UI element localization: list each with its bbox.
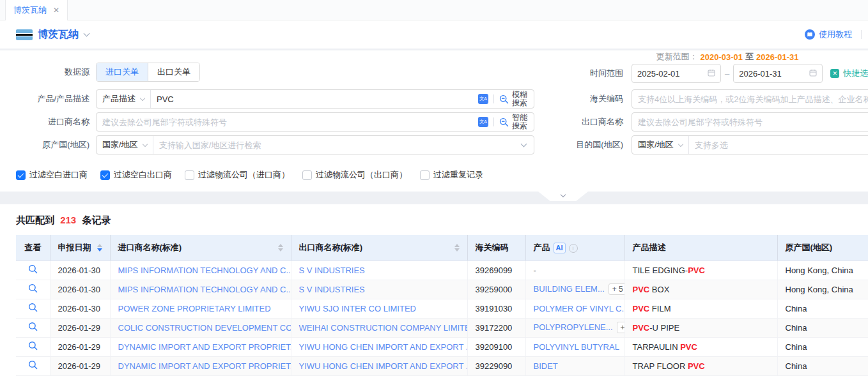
- start-date-input[interactable]: [637, 69, 708, 79]
- cell-origin: China: [777, 318, 868, 337]
- importer-input[interactable]: [97, 117, 478, 127]
- destination-label: 目的国(地区): [531, 139, 632, 151]
- exporter-link[interactable]: YIWU HONG CHEN IMPORT AND EXPORT ...: [299, 361, 468, 371]
- quick-options-label: 快捷选项: [843, 68, 868, 79]
- destination-region-select[interactable]: 国家/地区: [632, 136, 689, 154]
- checkbox-filter-logistics-exporter[interactable]: 过滤物流公司（出口商）: [302, 169, 407, 181]
- fuzzy-search-button[interactable]: 模糊搜索: [494, 91, 534, 107]
- product-link[interactable]: POLYPROPYLENE...: [534, 322, 613, 332]
- product-type-select[interactable]: 产品描述: [97, 90, 151, 108]
- cell-hs-code: 39172200: [467, 318, 525, 337]
- more-products-badge[interactable]: + 2: [617, 322, 624, 333]
- table-header-row: 查看 申报日期 进口商名称(标准): [16, 235, 868, 260]
- chevron-down-icon[interactable]: [521, 141, 527, 147]
- col-exporter-name[interactable]: 出口商名称(标准): [291, 235, 467, 260]
- checkbox-filter-duplicates[interactable]: 过滤重复记录: [420, 169, 483, 181]
- destination-input[interactable]: [689, 140, 868, 150]
- sort-icons[interactable]: [97, 244, 102, 252]
- app-header: 博茨瓦纳 使用教程: [0, 20, 868, 49]
- checkbox-label: 过滤物流公司（进口商）: [198, 169, 290, 181]
- translate-icon[interactable]: 文A: [478, 94, 488, 104]
- view-record-button[interactable]: [16, 318, 50, 337]
- product-link[interactable]: BIDET: [534, 361, 558, 371]
- checkbox-label: 过滤空白进口商: [29, 169, 88, 181]
- import-declarations-button[interactable]: 进口关单: [97, 63, 148, 81]
- importer-link[interactable]: MIPS INFORMATION TECHNOLOGY AND C...: [118, 285, 291, 294]
- export-declarations-button[interactable]: 出口关单: [148, 63, 199, 81]
- product-link[interactable]: BUILDING ELEM...: [534, 284, 605, 294]
- importer-link[interactable]: MIPS INFORMATION TECHNOLOGY AND C...: [118, 266, 291, 275]
- cell-hs-code: 39269099: [467, 260, 525, 280]
- product-input[interactable]: [151, 94, 478, 104]
- checkbox-unchecked-icon: [185, 170, 194, 180]
- view-record-button[interactable]: [16, 260, 50, 280]
- cell-description: PVC-U PIPE: [624, 318, 777, 337]
- origin-region-select[interactable]: 国家/地区: [97, 136, 153, 154]
- time-range-row: 时间范围 – ✕ 快捷选项: [531, 64, 868, 83]
- col-hs-code: 海关编码: [467, 235, 525, 260]
- ai-badge: AI: [554, 243, 566, 253]
- exporter-row: 出口商名称: [531, 112, 868, 132]
- exporter-link[interactable]: YIWU HONG CHEN IMPORT AND EXPORT ...: [299, 342, 468, 352]
- exporter-link[interactable]: WEIHAI CONSTRUCTION COMPANY LIMITED: [299, 323, 468, 333]
- chevron-down-icon[interactable]: [84, 31, 90, 37]
- magnifier-icon: [28, 360, 38, 370]
- tutorial-link[interactable]: 使用教程: [819, 29, 852, 40]
- view-record-button[interactable]: [16, 299, 50, 318]
- tab-botswana[interactable]: 博茨瓦纳 ✕: [5, 0, 68, 20]
- exporter-field: [632, 112, 868, 132]
- more-products-badge[interactable]: + 5: [608, 283, 624, 295]
- sort-icons[interactable]: [278, 244, 283, 252]
- update-range-start: 2020-03-01: [701, 52, 743, 62]
- importer-link[interactable]: DYNAMIC IMPORT AND EXPORT PROPRIET...: [118, 361, 291, 371]
- checkbox-filter-blank-importer[interactable]: 过滤空白进口商: [16, 169, 88, 181]
- start-date-field[interactable]: [632, 64, 721, 83]
- tab-close-icon[interactable]: ✕: [53, 6, 59, 14]
- sort-icons[interactable]: [454, 244, 460, 252]
- importer-link[interactable]: POWER ZONE PROPRIETARY LIMITED: [118, 304, 271, 313]
- cell-date: 2026-01-30: [50, 260, 110, 280]
- cell-date: 2026-01-29: [50, 337, 110, 356]
- view-record-button[interactable]: [16, 280, 50, 299]
- importer-link[interactable]: DYNAMIC IMPORT AND EXPORT PROPRIET...: [118, 342, 291, 352]
- info-icon[interactable]: i: [569, 244, 578, 253]
- col-importer-name[interactable]: 进口商名称(标准): [110, 235, 291, 260]
- hs-code-field: [632, 89, 868, 109]
- cell-origin: China: [777, 299, 868, 318]
- exporter-link[interactable]: S V INDUSTRIES: [299, 266, 365, 275]
- chevron-down-icon: [140, 95, 145, 100]
- view-record-button[interactable]: [16, 337, 50, 356]
- summary-prefix: 共匹配到: [16, 214, 54, 225]
- exporter-link[interactable]: YIWU SJO INTER CO LIMITED: [299, 304, 416, 313]
- checkbox-checked-icon: [16, 170, 26, 180]
- table-row: 2026-01-29 COLIC CONSTRUCTION DEVELOPMEN…: [16, 318, 868, 337]
- hs-code-input[interactable]: [632, 94, 868, 104]
- col-declaration-date[interactable]: 申报日期: [50, 235, 110, 260]
- table-row: 2026-01-29 DYNAMIC IMPORT AND EXPORT PRO…: [16, 356, 868, 375]
- cell-origin: China: [777, 337, 868, 356]
- chevron-down-icon: [561, 192, 566, 197]
- translate-icon[interactable]: 文A: [478, 117, 488, 127]
- origin-field-group: 国家/地区: [96, 135, 534, 154]
- exporter-link[interactable]: S V INDUSTRIES: [299, 285, 365, 294]
- update-range-to: 至: [745, 51, 754, 63]
- importer-link[interactable]: COLIC CONSTRUCTION DEVELOPMENT CO ...: [118, 323, 291, 333]
- checkbox-label: 过滤空白出口商: [114, 169, 172, 181]
- view-record-button[interactable]: [16, 356, 50, 375]
- exporter-input[interactable]: [632, 117, 868, 127]
- product-link[interactable]: POLYVINYL BUTYRAL: [534, 342, 619, 352]
- header-divider: [861, 30, 862, 39]
- product-type-value: 产品描述: [102, 93, 136, 105]
- filter-checkbox-row: 过滤空白进口商 过滤空白出口商 过滤物流公司（进口商） 过滤物流公司（出口商） …: [16, 169, 483, 181]
- end-date-field[interactable]: [733, 64, 823, 83]
- cell-date: 2026-01-30: [50, 299, 110, 318]
- origin-input[interactable]: [153, 140, 516, 150]
- checkbox-filter-blank-exporter[interactable]: 过滤空白出口商: [100, 169, 172, 181]
- end-date-input[interactable]: [739, 69, 809, 79]
- quick-options-link[interactable]: ✕ 快捷选项: [830, 68, 868, 79]
- smart-search-button[interactable]: 智能搜索: [494, 114, 534, 130]
- product-link[interactable]: POLYMER OF VINYL C...: [534, 304, 625, 313]
- update-range: 更新范围： 2020-03-01 至 2026-01-31: [632, 51, 823, 63]
- table-row: 2026-01-30 MIPS INFORMATION TECHNOLOGY A…: [16, 280, 868, 299]
- checkbox-filter-logistics-importer[interactable]: 过滤物流公司（进口商）: [185, 169, 290, 181]
